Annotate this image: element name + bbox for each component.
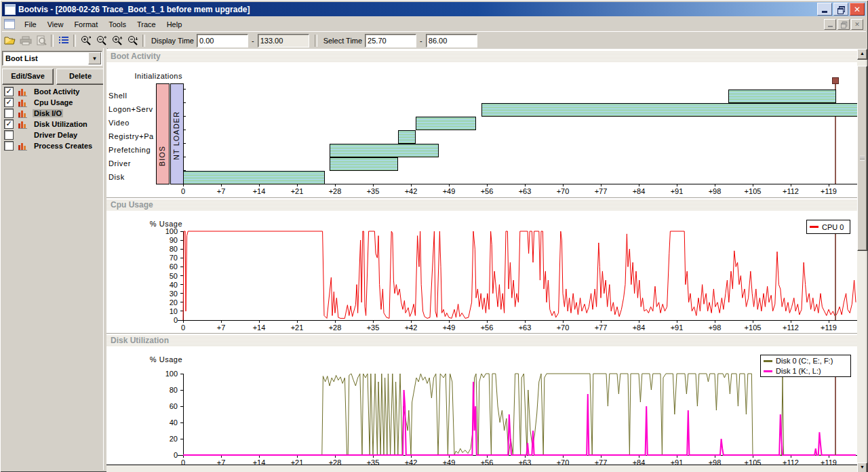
- menu-item-trace[interactable]: Trace: [132, 18, 161, 31]
- select-time-to-input[interactable]: [426, 34, 477, 47]
- zoom-in-x-button[interactable]: [78, 33, 94, 48]
- cpu-series-swatch: [810, 226, 818, 228]
- x-tick-label: +105: [745, 323, 762, 332]
- checkbox[interactable]: [4, 109, 14, 118]
- x-tick-label: +35: [367, 187, 380, 195]
- y-tick-label: 40: [170, 281, 178, 289]
- restore-button[interactable]: [833, 3, 848, 16]
- row-label: Shell: [108, 92, 127, 100]
- zoom-in-y-button[interactable]: [109, 33, 125, 48]
- trace-list-button[interactable]: [56, 33, 71, 48]
- display-time-from-input[interactable]: [197, 34, 248, 47]
- checkbox[interactable]: ✓: [4, 87, 14, 96]
- minimize-icon: [822, 11, 827, 13]
- checkbox[interactable]: [4, 141, 14, 151]
- activity-bar-logon+serv: [481, 103, 857, 116]
- x-tick-label: +119: [821, 458, 837, 465]
- x-tick-label: +84: [633, 458, 646, 465]
- x-tick-label: +56: [481, 187, 494, 195]
- delete-button[interactable]: Delete: [56, 68, 104, 85]
- x-tick-label: +35: [367, 323, 380, 332]
- boot-list-dropdown[interactable]: Boot List ▼: [2, 51, 102, 66]
- bar-chart-icon: [18, 142, 28, 151]
- boot-list-item-process-creates[interactable]: Process Creates: [2, 140, 103, 151]
- row-label: Disk: [108, 173, 125, 181]
- select-time-from-input[interactable]: [365, 34, 416, 47]
- x-tick-label: +119: [821, 323, 837, 332]
- x-tick-label: +63: [519, 187, 532, 195]
- minimize-button[interactable]: [817, 3, 832, 16]
- x-tick-label: +63: [519, 458, 532, 465]
- mdi-restore-button[interactable]: [837, 19, 850, 30]
- checkbox[interactable]: ✓: [4, 119, 14, 129]
- vertical-scrollbar-thumb[interactable]: [857, 66, 867, 251]
- menu-bar: FileViewFormatToolsTraceHelp ✕: [2, 17, 866, 31]
- disk-legend: Disk 0 (C:, E:, F:) Disk 1 (K:, L:): [760, 355, 851, 377]
- thumb-grip: [860, 156, 865, 161]
- x-tick-label: +7: [217, 458, 226, 465]
- activity-bar-registry+pa: [399, 130, 416, 143]
- y-tick-label: 100: [165, 370, 178, 378]
- row-label: Video: [108, 119, 130, 127]
- open-button[interactable]: [2, 33, 18, 48]
- toolbar-separator: [51, 35, 54, 47]
- menu-item-help[interactable]: Help: [161, 18, 188, 31]
- y-tick-label: 30: [170, 290, 178, 298]
- bar-chart-icon: [18, 98, 28, 107]
- boot-list-item-boot-activity[interactable]: ✓Boot Activity: [2, 86, 103, 97]
- select-time-dash: -: [420, 37, 422, 45]
- mdi-child-icon: [4, 19, 15, 29]
- app-icon: [5, 4, 16, 15]
- menu-item-view[interactable]: View: [42, 18, 69, 31]
- checkbox[interactable]: ✓: [4, 98, 14, 107]
- mdi-restore-icon: [842, 22, 847, 27]
- chevron-down-icon[interactable]: ▼: [88, 52, 101, 64]
- activity-bar-shell: [729, 90, 836, 102]
- close-button[interactable]: ✕: [850, 3, 865, 16]
- display-time-to-input[interactable]: [258, 34, 309, 47]
- x-tick-label: +21: [291, 458, 304, 465]
- activity-bar-prefetching: [330, 144, 439, 157]
- window-title: Bootvis - [2008-02-26 Trace_Boot_1_1 bef…: [18, 5, 250, 14]
- checkbox[interactable]: [4, 130, 14, 140]
- menu-item-format[interactable]: Format: [68, 18, 103, 31]
- boot-activity-chart: ShellLogon+ServVideoRegistry+PaPrefetchi…: [108, 77, 857, 195]
- x-tick-label: +77: [595, 323, 608, 332]
- mdi-close-button[interactable]: ✕: [851, 19, 863, 30]
- edit-save-button[interactable]: Edit/Save: [2, 68, 54, 85]
- horizontal-scrollbar[interactable]: [106, 465, 857, 472]
- series-cpu-0: [183, 231, 856, 320]
- y-tick-label: 10: [170, 307, 178, 315]
- boot-list-item-disk-utilization[interactable]: ✓Disk Utilization: [2, 119, 103, 130]
- x-tick-label: +91: [671, 458, 684, 465]
- toolbar-separator: [142, 35, 145, 47]
- chart-canvas[interactable]: ShellLogon+ServVideoRegistry+PaPrefetchi…: [106, 49, 857, 465]
- row-label: Logon+Serv: [108, 105, 153, 113]
- boot-list-item-disk-i-o[interactable]: Disk I/O: [2, 108, 103, 119]
- x-tick-label: +42: [405, 458, 418, 465]
- x-tick-label: +49: [443, 187, 456, 195]
- zoom-out-y-button[interactable]: [125, 33, 140, 48]
- print-button[interactable]: [18, 33, 33, 48]
- zoom-out-x-icon: [96, 35, 108, 46]
- scroll-down-button[interactable]: ▼: [857, 463, 867, 472]
- mdi-minimize-button[interactable]: [824, 19, 836, 30]
- print-preview-button[interactable]: [33, 33, 49, 48]
- legend-entry: Disk 0 (C:, E:, F:): [764, 357, 848, 365]
- menu-item-tools[interactable]: Tools: [103, 18, 132, 31]
- scroll-up-button[interactable]: ▲: [857, 49, 867, 60]
- y-tick-label: 0: [174, 316, 178, 324]
- arrow-down-icon: ▼: [860, 465, 865, 469]
- boot-list-item-cpu-usage[interactable]: ✓Cpu Usage: [2, 97, 103, 108]
- activity-bar-video: [416, 117, 475, 130]
- x-tick-label: +42: [405, 187, 418, 195]
- disk1-series-label: Disk 1 (K:, L:): [776, 367, 821, 375]
- restore-icon: [839, 6, 845, 12]
- boot-list-item-driver-delay[interactable]: Driver Delay: [2, 130, 103, 140]
- vertical-scrollbar[interactable]: ▲ ▼: [857, 49, 866, 472]
- disk0-series-swatch: [764, 360, 772, 362]
- menu-item-file[interactable]: File: [19, 18, 42, 31]
- zoom-out-x-button[interactable]: [94, 33, 109, 48]
- y-tick-label: 20: [170, 298, 178, 307]
- x-tick-label: 0: [181, 323, 185, 332]
